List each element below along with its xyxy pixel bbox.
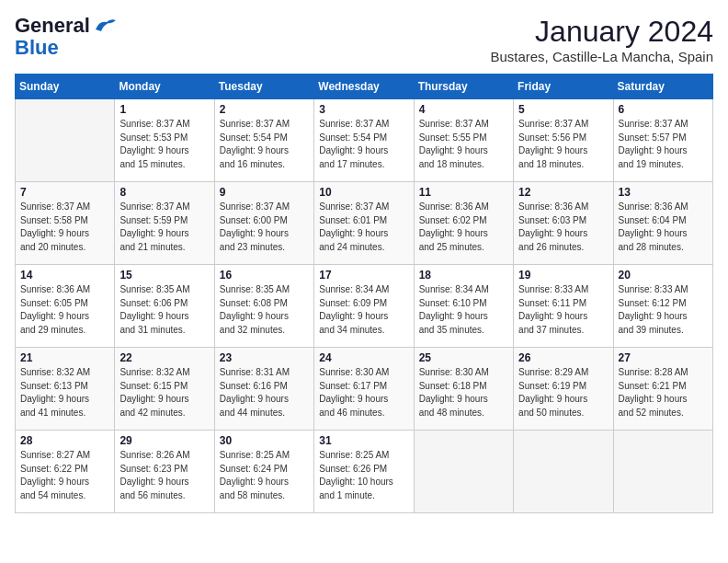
column-header-saturday: Saturday [613, 75, 712, 99]
calendar-cell: 25Sunrise: 8:30 AMSunset: 6:18 PMDayligh… [414, 348, 513, 431]
day-number: 20 [619, 269, 708, 282]
day-number: 4 [419, 103, 508, 116]
calendar-cell: 29Sunrise: 8:26 AMSunset: 6:23 PMDayligh… [115, 431, 214, 513]
day-info: Sunrise: 8:37 AMSunset: 5:56 PMDaylight:… [518, 118, 608, 171]
day-info: Sunrise: 8:25 AMSunset: 6:24 PMDaylight:… [220, 449, 309, 502]
day-number: 28 [20, 434, 109, 447]
calendar-cell: 13Sunrise: 8:36 AMSunset: 6:04 PMDayligh… [613, 182, 712, 265]
day-number: 15 [119, 269, 209, 282]
calendar-week-2: 7Sunrise: 8:37 AMSunset: 5:58 PMDaylight… [16, 182, 713, 265]
day-number: 26 [518, 351, 608, 364]
logo: General Blue [15, 15, 118, 59]
calendar-cell: 24Sunrise: 8:30 AMSunset: 6:17 PMDayligh… [314, 348, 414, 431]
calendar-cell: 3Sunrise: 8:37 AMSunset: 5:54 PMDaylight… [314, 99, 414, 182]
calendar-table: SundayMondayTuesdayWednesdayThursdayFrid… [15, 74, 713, 513]
day-info: Sunrise: 8:27 AMSunset: 6:22 PMDaylight:… [20, 449, 109, 502]
title-block: January 2024 Bustares, Castille-La Manch… [490, 15, 713, 64]
day-info: Sunrise: 8:37 AMSunset: 5:59 PMDaylight:… [119, 201, 209, 254]
day-number: 2 [220, 103, 309, 116]
calendar-week-3: 14Sunrise: 8:36 AMSunset: 6:05 PMDayligh… [16, 265, 713, 348]
calendar-cell: 20Sunrise: 8:33 AMSunset: 6:12 PMDayligh… [613, 265, 712, 348]
day-info: Sunrise: 8:30 AMSunset: 6:17 PMDaylight:… [319, 366, 408, 419]
calendar-cell [414, 431, 513, 513]
calendar-cell [16, 99, 115, 182]
day-number: 3 [319, 103, 408, 116]
month-title: January 2024 [490, 15, 713, 49]
calendar-cell: 27Sunrise: 8:28 AMSunset: 6:21 PMDayligh… [613, 348, 712, 431]
day-info: Sunrise: 8:37 AMSunset: 6:01 PMDaylight:… [319, 201, 408, 254]
day-number: 17 [319, 269, 408, 282]
day-number: 30 [220, 434, 309, 447]
calendar-cell: 2Sunrise: 8:37 AMSunset: 5:54 PMDaylight… [214, 99, 313, 182]
calendar-week-4: 21Sunrise: 8:32 AMSunset: 6:13 PMDayligh… [16, 348, 713, 431]
day-info: Sunrise: 8:37 AMSunset: 6:00 PMDaylight:… [220, 201, 309, 254]
calendar-cell: 6Sunrise: 8:37 AMSunset: 5:57 PMDaylight… [613, 99, 712, 182]
day-info: Sunrise: 8:37 AMSunset: 5:57 PMDaylight:… [619, 118, 708, 171]
calendar-cell: 9Sunrise: 8:37 AMSunset: 6:00 PMDaylight… [214, 182, 313, 265]
day-number: 13 [619, 186, 708, 199]
day-info: Sunrise: 8:36 AMSunset: 6:02 PMDaylight:… [419, 201, 508, 254]
day-info: Sunrise: 8:31 AMSunset: 6:16 PMDaylight:… [220, 366, 309, 419]
column-header-monday: Monday [115, 75, 214, 99]
page-header: General Blue January 2024 Bustares, Cast… [15, 15, 713, 64]
day-number: 22 [119, 351, 209, 364]
calendar-cell: 1Sunrise: 8:37 AMSunset: 5:53 PMDaylight… [115, 99, 214, 182]
day-number: 19 [518, 269, 608, 282]
column-header-thursday: Thursday [414, 75, 513, 99]
day-info: Sunrise: 8:33 AMSunset: 6:11 PMDaylight:… [518, 283, 608, 337]
calendar-cell: 11Sunrise: 8:36 AMSunset: 6:02 PMDayligh… [414, 182, 513, 265]
column-header-wednesday: Wednesday [314, 75, 414, 99]
calendar-cell: 12Sunrise: 8:36 AMSunset: 6:03 PMDayligh… [514, 182, 613, 265]
day-number: 21 [20, 351, 109, 364]
day-number: 8 [119, 186, 209, 199]
day-number: 16 [220, 269, 309, 282]
calendar-week-5: 28Sunrise: 8:27 AMSunset: 6:22 PMDayligh… [16, 431, 713, 513]
day-info: Sunrise: 8:37 AMSunset: 5:55 PMDaylight:… [419, 118, 508, 171]
day-number: 6 [619, 103, 708, 116]
day-number: 18 [419, 269, 508, 282]
calendar-cell: 15Sunrise: 8:35 AMSunset: 6:06 PMDayligh… [115, 265, 214, 348]
day-info: Sunrise: 8:35 AMSunset: 6:06 PMDaylight:… [119, 283, 209, 337]
column-header-tuesday: Tuesday [214, 75, 313, 99]
calendar-cell [613, 431, 712, 513]
day-info: Sunrise: 8:35 AMSunset: 6:08 PMDaylight:… [220, 283, 309, 337]
day-info: Sunrise: 8:25 AMSunset: 6:26 PMDaylight:… [319, 449, 408, 502]
calendar-cell: 23Sunrise: 8:31 AMSunset: 6:16 PMDayligh… [214, 348, 313, 431]
calendar-cell: 30Sunrise: 8:25 AMSunset: 6:24 PMDayligh… [214, 431, 313, 513]
day-number: 14 [20, 269, 109, 282]
calendar-cell: 10Sunrise: 8:37 AMSunset: 6:01 PMDayligh… [314, 182, 414, 265]
day-info: Sunrise: 8:30 AMSunset: 6:18 PMDaylight:… [419, 366, 508, 419]
calendar-cell: 21Sunrise: 8:32 AMSunset: 6:13 PMDayligh… [16, 348, 115, 431]
logo-bird-icon [94, 17, 118, 35]
day-number: 9 [220, 186, 309, 199]
day-info: Sunrise: 8:36 AMSunset: 6:03 PMDaylight:… [518, 201, 608, 254]
day-number: 5 [518, 103, 608, 116]
day-info: Sunrise: 8:36 AMSunset: 6:04 PMDaylight:… [619, 201, 708, 254]
day-info: Sunrise: 8:37 AMSunset: 5:53 PMDaylight:… [119, 118, 209, 171]
calendar-cell: 28Sunrise: 8:27 AMSunset: 6:22 PMDayligh… [16, 431, 115, 513]
day-info: Sunrise: 8:28 AMSunset: 6:21 PMDaylight:… [619, 366, 708, 419]
day-info: Sunrise: 8:34 AMSunset: 6:10 PMDaylight:… [419, 283, 508, 337]
column-headers: SundayMondayTuesdayWednesdayThursdayFrid… [16, 75, 713, 99]
day-info: Sunrise: 8:34 AMSunset: 6:09 PMDaylight:… [319, 283, 408, 337]
day-number: 1 [119, 103, 209, 116]
day-number: 27 [619, 351, 708, 364]
calendar-cell: 4Sunrise: 8:37 AMSunset: 5:55 PMDaylight… [414, 99, 513, 182]
day-info: Sunrise: 8:37 AMSunset: 5:58 PMDaylight:… [20, 201, 109, 254]
day-number: 29 [119, 434, 209, 447]
location-title: Bustares, Castille-La Mancha, Spain [490, 49, 713, 64]
calendar-cell: 31Sunrise: 8:25 AMSunset: 6:26 PMDayligh… [314, 431, 414, 513]
calendar-cell: 17Sunrise: 8:34 AMSunset: 6:09 PMDayligh… [314, 265, 414, 348]
day-number: 23 [220, 351, 309, 364]
calendar-cell: 18Sunrise: 8:34 AMSunset: 6:10 PMDayligh… [414, 265, 513, 348]
column-header-sunday: Sunday [16, 75, 115, 99]
calendar-cell: 7Sunrise: 8:37 AMSunset: 5:58 PMDaylight… [16, 182, 115, 265]
logo-general: General [15, 15, 90, 37]
calendar-cell: 26Sunrise: 8:29 AMSunset: 6:19 PMDayligh… [514, 348, 613, 431]
day-info: Sunrise: 8:37 AMSunset: 5:54 PMDaylight:… [220, 118, 309, 171]
day-info: Sunrise: 8:26 AMSunset: 6:23 PMDaylight:… [119, 449, 209, 502]
calendar-cell [514, 431, 613, 513]
day-info: Sunrise: 8:32 AMSunset: 6:15 PMDaylight:… [119, 366, 209, 419]
calendar-cell: 14Sunrise: 8:36 AMSunset: 6:05 PMDayligh… [16, 265, 115, 348]
calendar-cell: 16Sunrise: 8:35 AMSunset: 6:08 PMDayligh… [214, 265, 313, 348]
